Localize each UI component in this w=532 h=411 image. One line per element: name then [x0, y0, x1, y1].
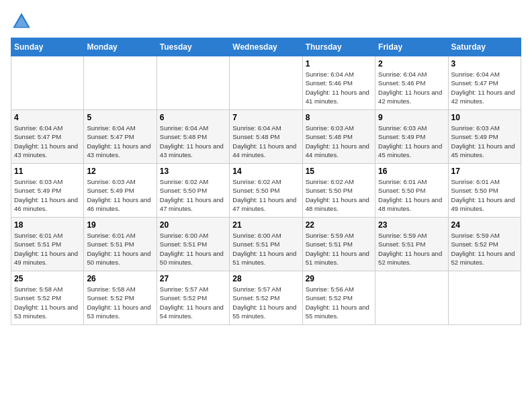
day-cell: 17Sunrise: 6:01 AM Sunset: 5:50 PM Dayli… — [448, 164, 521, 218]
day-info: Sunrise: 6:04 AM Sunset: 5:47 PM Dayligh… — [87, 124, 153, 159]
day-info: Sunrise: 6:02 AM Sunset: 5:50 PM Dayligh… — [160, 177, 226, 213]
day-header-sunday: Sunday — [11, 38, 84, 56]
day-number: 1 — [306, 59, 372, 68]
logo-icon — [11, 11, 32, 32]
day-cell: 3Sunrise: 6:04 AM Sunset: 5:47 PM Daylig… — [448, 56, 521, 110]
day-info: Sunrise: 6:03 AM Sunset: 5:49 PM Dayligh… — [378, 124, 445, 159]
day-cell: 24Sunrise: 5:59 AM Sunset: 5:52 PM Dayli… — [448, 218, 521, 271]
day-info: Sunrise: 5:59 AM Sunset: 5:51 PM Dayligh… — [378, 231, 445, 267]
week-row-2: 4Sunrise: 6:04 AM Sunset: 5:47 PM Daylig… — [11, 110, 521, 164]
day-cell — [375, 271, 448, 325]
header-row: SundayMondayTuesdayWednesdayThursdayFrid… — [11, 38, 521, 56]
day-cell: 8Sunrise: 6:03 AM Sunset: 5:48 PM Daylig… — [302, 110, 375, 164]
day-info: Sunrise: 5:56 AM Sunset: 5:52 PM Dayligh… — [306, 285, 372, 320]
day-cell: 1Sunrise: 6:04 AM Sunset: 5:46 PM Daylig… — [302, 56, 375, 110]
day-info: Sunrise: 6:04 AM Sunset: 5:46 PM Dayligh… — [306, 70, 372, 105]
day-cell: 6Sunrise: 6:04 AM Sunset: 5:48 PM Daylig… — [157, 110, 229, 164]
day-cell: 23Sunrise: 5:59 AM Sunset: 5:51 PM Dayli… — [375, 218, 448, 271]
day-info: Sunrise: 5:57 AM Sunset: 5:52 PM Dayligh… — [160, 285, 226, 320]
day-number: 19 — [87, 220, 153, 230]
day-cell: 11Sunrise: 6:03 AM Sunset: 5:49 PM Dayli… — [11, 164, 84, 218]
day-cell: 18Sunrise: 6:01 AM Sunset: 5:51 PM Dayli… — [11, 218, 84, 271]
day-number: 7 — [232, 113, 299, 122]
day-info: Sunrise: 6:00 AM Sunset: 5:51 PM Dayligh… — [160, 231, 226, 267]
week-row-4: 18Sunrise: 6:01 AM Sunset: 5:51 PM Dayli… — [11, 218, 521, 271]
day-info: Sunrise: 6:02 AM Sunset: 5:50 PM Dayligh… — [232, 177, 299, 213]
day-info: Sunrise: 5:57 AM Sunset: 5:52 PM Dayligh… — [232, 285, 299, 320]
day-info: Sunrise: 6:03 AM Sunset: 5:49 PM Dayligh… — [14, 177, 81, 213]
day-header-thursday: Thursday — [302, 38, 375, 56]
day-number: 16 — [378, 167, 445, 176]
day-cell: 5Sunrise: 6:04 AM Sunset: 5:47 PM Daylig… — [84, 110, 157, 164]
day-cell: 25Sunrise: 5:58 AM Sunset: 5:52 PM Dayli… — [11, 271, 84, 325]
day-cell: 13Sunrise: 6:02 AM Sunset: 5:50 PM Dayli… — [157, 164, 229, 218]
day-cell: 27Sunrise: 5:57 AM Sunset: 5:52 PM Dayli… — [157, 271, 229, 325]
day-cell: 14Sunrise: 6:02 AM Sunset: 5:50 PM Dayli… — [230, 164, 302, 218]
day-number: 9 — [378, 113, 445, 122]
day-cell: 15Sunrise: 6:02 AM Sunset: 5:50 PM Dayli… — [302, 164, 375, 218]
day-number: 17 — [451, 167, 518, 176]
day-header-wednesday: Wednesday — [230, 38, 302, 56]
day-info: Sunrise: 6:00 AM Sunset: 5:51 PM Dayligh… — [232, 231, 299, 267]
day-number: 15 — [306, 167, 372, 176]
day-cell — [157, 56, 229, 110]
day-info: Sunrise: 6:01 AM Sunset: 5:50 PM Dayligh… — [451, 177, 518, 213]
day-info: Sunrise: 6:03 AM Sunset: 5:49 PM Dayligh… — [87, 177, 153, 213]
day-number: 6 — [160, 113, 226, 122]
day-cell: 7Sunrise: 6:04 AM Sunset: 5:48 PM Daylig… — [230, 110, 302, 164]
day-number: 8 — [306, 113, 372, 122]
day-cell: 9Sunrise: 6:03 AM Sunset: 5:49 PM Daylig… — [375, 110, 448, 164]
day-number: 11 — [14, 167, 81, 176]
day-number: 2 — [378, 59, 445, 68]
day-info: Sunrise: 6:03 AM Sunset: 5:48 PM Dayligh… — [306, 124, 372, 159]
day-cell — [84, 56, 157, 110]
day-number: 29 — [306, 274, 372, 283]
week-row-1: 1Sunrise: 6:04 AM Sunset: 5:46 PM Daylig… — [11, 56, 521, 110]
day-number: 4 — [14, 113, 81, 122]
day-info: Sunrise: 6:04 AM Sunset: 5:46 PM Dayligh… — [378, 70, 445, 105]
day-header-saturday: Saturday — [448, 38, 521, 56]
day-number: 24 — [451, 220, 518, 230]
calendar-table: SundayMondayTuesdayWednesdayThursdayFrid… — [11, 38, 521, 325]
day-number: 27 — [160, 274, 226, 283]
day-number: 5 — [87, 113, 153, 122]
day-number: 10 — [451, 113, 518, 122]
day-cell — [11, 56, 84, 110]
header — [11, 11, 521, 32]
day-cell — [448, 271, 521, 325]
day-info: Sunrise: 6:03 AM Sunset: 5:49 PM Dayligh… — [451, 124, 518, 159]
day-info: Sunrise: 6:01 AM Sunset: 5:51 PM Dayligh… — [14, 231, 81, 267]
day-number: 13 — [160, 167, 226, 176]
day-number: 21 — [232, 220, 299, 230]
day-number: 12 — [87, 167, 153, 176]
day-number: 14 — [232, 167, 299, 176]
day-info: Sunrise: 5:59 AM Sunset: 5:52 PM Dayligh… — [451, 231, 518, 267]
day-header-friday: Friday — [375, 38, 448, 56]
day-cell: 20Sunrise: 6:00 AM Sunset: 5:51 PM Dayli… — [157, 218, 229, 271]
day-info: Sunrise: 6:02 AM Sunset: 5:50 PM Dayligh… — [306, 177, 372, 213]
day-info: Sunrise: 6:01 AM Sunset: 5:51 PM Dayligh… — [87, 231, 153, 267]
day-number: 20 — [160, 220, 226, 230]
day-info: Sunrise: 6:04 AM Sunset: 5:48 PM Dayligh… — [232, 124, 299, 159]
day-cell: 19Sunrise: 6:01 AM Sunset: 5:51 PM Dayli… — [84, 218, 157, 271]
week-row-5: 25Sunrise: 5:58 AM Sunset: 5:52 PM Dayli… — [11, 271, 521, 325]
day-cell: 12Sunrise: 6:03 AM Sunset: 5:49 PM Dayli… — [84, 164, 157, 218]
day-info: Sunrise: 6:01 AM Sunset: 5:50 PM Dayligh… — [378, 177, 445, 213]
day-number: 3 — [451, 59, 518, 68]
day-header-tuesday: Tuesday — [157, 38, 229, 56]
day-number: 22 — [306, 220, 372, 230]
day-info: Sunrise: 6:04 AM Sunset: 5:47 PM Dayligh… — [14, 124, 81, 159]
day-info: Sunrise: 5:59 AM Sunset: 5:51 PM Dayligh… — [306, 231, 372, 267]
day-cell — [230, 56, 302, 110]
day-info: Sunrise: 6:04 AM Sunset: 5:48 PM Dayligh… — [160, 124, 226, 159]
week-row-3: 11Sunrise: 6:03 AM Sunset: 5:49 PM Dayli… — [11, 164, 521, 218]
day-number: 26 — [87, 274, 153, 283]
day-cell: 28Sunrise: 5:57 AM Sunset: 5:52 PM Dayli… — [230, 271, 302, 325]
day-cell: 29Sunrise: 5:56 AM Sunset: 5:52 PM Dayli… — [302, 271, 375, 325]
day-header-monday: Monday — [84, 38, 157, 56]
day-info: Sunrise: 6:04 AM Sunset: 5:47 PM Dayligh… — [451, 70, 518, 105]
day-info: Sunrise: 5:58 AM Sunset: 5:52 PM Dayligh… — [14, 285, 81, 320]
logo — [11, 11, 35, 32]
day-cell: 16Sunrise: 6:01 AM Sunset: 5:50 PM Dayli… — [375, 164, 448, 218]
day-number: 25 — [14, 274, 81, 283]
